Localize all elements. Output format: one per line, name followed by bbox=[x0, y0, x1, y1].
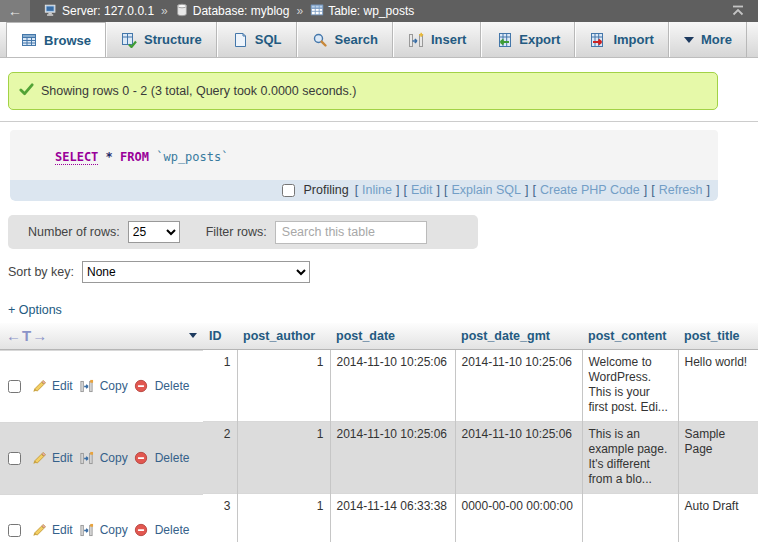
bracket: [ bbox=[651, 183, 654, 197]
header-actions-cell: ←T→ bbox=[0, 323, 203, 349]
cell-post-date: 2014-11-10 10:25:06 bbox=[330, 422, 455, 494]
tab-browse-label: Browse bbox=[44, 33, 91, 48]
cell-post-title: Sample Page bbox=[678, 422, 758, 494]
table-row: Edit Copy Delete 2 1 2014-11-10 10:25:06… bbox=[0, 422, 758, 494]
cell-post-title: Auto Draft bbox=[678, 494, 758, 542]
breadcrumb: Server: 127.0.0.1 » Database: myblog » T… bbox=[44, 3, 414, 20]
column-order-toggle[interactable]: ←T→ bbox=[6, 327, 48, 344]
breadcrumb-server[interactable]: Server: 127.0.0.1 bbox=[44, 3, 154, 20]
back-button[interactable]: ← bbox=[0, 0, 30, 22]
breadcrumb-table-label: Table: wp_posts bbox=[328, 4, 414, 18]
column-header-post-date[interactable]: post_date bbox=[330, 323, 455, 349]
sql-table-identifier: `wp_posts` bbox=[156, 150, 228, 164]
cell-post-date: 2014-11-10 10:25:06 bbox=[330, 349, 455, 422]
explain-sql-link[interactable]: Explain SQL bbox=[451, 183, 520, 197]
edit-row-link[interactable]: Edit bbox=[52, 523, 73, 538]
tab-sql[interactable]: SQL bbox=[217, 22, 297, 57]
tab-search[interactable]: Search bbox=[297, 22, 393, 57]
bracket: [ bbox=[444, 183, 447, 197]
column-header-post-date-gmt[interactable]: post_date_gmt bbox=[455, 323, 582, 349]
number-of-rows-select[interactable]: 25 bbox=[128, 221, 180, 243]
delete-row-link[interactable]: Delete bbox=[155, 523, 190, 538]
bracket: ] bbox=[437, 183, 440, 197]
results-table: ←T→ ID post_author post_date post_date_g… bbox=[0, 323, 758, 542]
copy-row-link[interactable]: Copy bbox=[100, 523, 128, 538]
cell-post-content bbox=[582, 494, 678, 542]
tab-structure-label: Structure bbox=[144, 32, 202, 47]
row-select-checkbox[interactable] bbox=[8, 380, 21, 393]
column-header-id[interactable]: ID bbox=[203, 323, 237, 349]
bracket: ] bbox=[396, 183, 399, 197]
bracket: [ bbox=[403, 183, 406, 197]
refresh-link[interactable]: Refresh bbox=[659, 183, 703, 197]
breadcrumb-separator: » bbox=[296, 4, 303, 18]
tab-more-label: More bbox=[701, 32, 732, 47]
inline-link[interactable]: Inline bbox=[362, 183, 392, 197]
breadcrumb-bar: ← Server: 127.0.0.1 » Database: myblog »… bbox=[0, 0, 758, 22]
tab-insert[interactable]: Insert bbox=[393, 22, 481, 57]
column-header-post-author[interactable]: post_author bbox=[237, 323, 330, 349]
delete-icon bbox=[134, 451, 149, 466]
profiling-label-text: Profiling bbox=[303, 183, 348, 197]
table-icon bbox=[310, 3, 324, 20]
tab-search-label: Search bbox=[335, 32, 378, 47]
success-message: Showing rows 0 - 2 (3 total, Query took … bbox=[8, 72, 718, 110]
sql-keyword-select[interactable]: SELECT bbox=[55, 150, 98, 165]
profiling-checkbox[interactable] bbox=[282, 184, 295, 197]
filter-rows-label: Filter rows: bbox=[206, 225, 267, 239]
delete-row-link[interactable]: Delete bbox=[155, 451, 190, 466]
copy-icon bbox=[79, 379, 94, 394]
database-icon bbox=[175, 3, 189, 20]
row-select-checkbox[interactable] bbox=[8, 452, 21, 465]
edit-query-link[interactable]: Edit bbox=[411, 183, 433, 197]
section-divider bbox=[0, 121, 758, 122]
cell-post-date: 2014-11-14 06:33:38 bbox=[330, 494, 455, 542]
options-toggle-link[interactable]: + Options bbox=[8, 303, 62, 317]
sql-icon bbox=[232, 32, 248, 48]
breadcrumb-database[interactable]: Database: myblog bbox=[175, 3, 290, 20]
delete-row-link[interactable]: Delete bbox=[155, 379, 190, 394]
sort-by-key-select[interactable]: None bbox=[82, 261, 310, 283]
bracket: [ bbox=[532, 183, 535, 197]
create-php-code-link[interactable]: Create PHP Code bbox=[540, 183, 640, 197]
tab-export[interactable]: Export bbox=[481, 22, 575, 57]
row-select-checkbox[interactable] bbox=[8, 524, 21, 537]
edit-row-link[interactable]: Edit bbox=[52, 451, 73, 466]
back-arrow-icon: ← bbox=[8, 3, 22, 19]
copy-row-link[interactable]: Copy bbox=[100, 451, 128, 466]
with-selected-dropdown-icon[interactable] bbox=[189, 333, 197, 338]
collapse-panel-icon[interactable] bbox=[730, 3, 746, 22]
cell-post-title: Hello world! bbox=[678, 349, 758, 422]
tab-import-label: Import bbox=[613, 32, 653, 47]
browse-icon bbox=[21, 32, 37, 48]
table-header-row: ←T→ ID post_author post_date post_date_g… bbox=[0, 323, 758, 349]
row-actions-cell: Edit Copy Delete bbox=[0, 494, 203, 542]
breadcrumb-server-label: Server: 127.0.0.1 bbox=[62, 4, 154, 18]
column-header-post-title[interactable]: post_title bbox=[678, 323, 758, 349]
filter-rows-input[interactable] bbox=[275, 221, 427, 244]
sort-by-key-label: Sort by key: bbox=[8, 265, 74, 279]
copy-icon bbox=[79, 523, 94, 538]
cell-id: 1 bbox=[203, 349, 237, 422]
sql-query-text: SELECT * FROM `wp_posts` bbox=[10, 130, 718, 180]
check-icon bbox=[19, 82, 34, 100]
query-actions-bar: Profiling [ Inline ] [ Edit ] [ Explain … bbox=[10, 180, 718, 201]
success-message-text: Showing rows 0 - 2 (3 total, Query took … bbox=[41, 84, 356, 98]
cell-id: 3 bbox=[203, 494, 237, 542]
tab-insert-label: Insert bbox=[431, 32, 466, 47]
breadcrumb-table[interactable]: Table: wp_posts bbox=[310, 3, 414, 20]
tab-browse[interactable]: Browse bbox=[6, 22, 106, 57]
copy-row-link[interactable]: Copy bbox=[100, 379, 128, 394]
tab-bar: Browse Structure SQL Search Insert Expor… bbox=[0, 22, 758, 58]
edit-row-link[interactable]: Edit bbox=[52, 379, 73, 394]
import-icon bbox=[590, 32, 606, 48]
column-header-post-content[interactable]: post_content bbox=[582, 323, 678, 349]
cell-post-date-gmt: 2014-11-10 10:25:06 bbox=[455, 349, 582, 422]
table-row: Edit Copy Delete 1 1 2014-11-10 10:25:06… bbox=[0, 349, 758, 422]
server-icon bbox=[44, 3, 58, 20]
tab-structure[interactable]: Structure bbox=[106, 22, 217, 57]
row-actions-cell: Edit Copy Delete bbox=[0, 422, 203, 494]
pencil-icon bbox=[31, 379, 46, 394]
tab-more[interactable]: More bbox=[669, 22, 747, 57]
tab-import[interactable]: Import bbox=[575, 22, 668, 57]
